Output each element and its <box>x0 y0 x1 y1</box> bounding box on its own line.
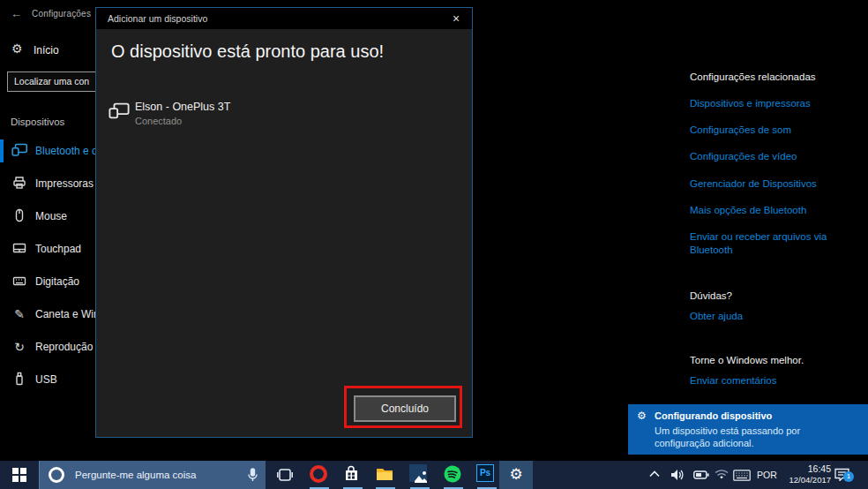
tray-touch-keyboard-icon[interactable] <box>733 461 751 489</box>
cortana-icon <box>49 467 64 483</box>
taskbar-photoshop[interactable]: Ps <box>474 461 500 489</box>
desktop-screen: ← Configurações ⚙ Início Localizar uma c… <box>0 0 868 489</box>
taskbar-store[interactable] <box>340 461 366 489</box>
task-view-button[interactable] <box>270 461 300 489</box>
notification-badge: 1 <box>843 471 854 482</box>
taskbar-opera[interactable] <box>306 461 333 489</box>
related-settings-header: Configurações relacionadas <box>690 71 816 82</box>
action-center-button[interactable]: 1 <box>834 461 856 489</box>
done-button[interactable]: Concluído <box>354 395 456 422</box>
keyboard-icon <box>11 274 27 290</box>
device-name[interactable]: Elson - OnePlus 3T <box>135 101 230 113</box>
sidebar-section-header: Dispositivos <box>11 117 64 127</box>
gear-icon: ⚙ <box>509 466 522 483</box>
clock-time: 16:45 <box>808 463 831 474</box>
close-icon[interactable]: × <box>449 11 463 26</box>
taskbar-photos[interactable] <box>407 461 433 489</box>
devices-icon <box>11 143 27 159</box>
toast-title: Configurando dispositivo <box>655 410 772 421</box>
add-device-dialog: Adicionar um dispositivo × O dispositivo… <box>95 7 473 438</box>
start-button[interactable] <box>0 461 39 489</box>
photoshop-icon: Ps <box>476 464 494 482</box>
link-send-feedback[interactable]: Enviar comentários <box>690 374 859 387</box>
link-devices-printers[interactable]: Dispositivos e impressoras <box>690 97 859 110</box>
cortana-search-bar[interactable]: Pergunte-me alguma coisa <box>39 461 266 489</box>
tray-wifi-icon[interactable] <box>715 461 729 489</box>
dialog-titlebar: Adicionar um dispositivo × <box>96 8 472 29</box>
link-more-bluetooth-options[interactable]: Mais opções de Bluetooth <box>690 204 859 217</box>
gear-icon: ⚙ <box>637 410 647 422</box>
usb-icon <box>11 372 27 387</box>
link-get-help[interactable]: Obter ajuda <box>690 310 859 323</box>
microphone-icon[interactable] <box>248 468 258 485</box>
search-placeholder: Pergunte-me alguma coisa <box>75 461 196 489</box>
help-header: Dúvidas? <box>690 290 732 301</box>
pen-icon: ✎ <box>11 306 27 322</box>
photos-icon <box>409 464 427 482</box>
link-device-manager[interactable]: Gerenciador de Dispositivos <box>690 177 859 191</box>
link-sound-settings[interactable]: Configurações de som <box>690 124 859 137</box>
toast-message: Um dispositivo está passando por configu… <box>655 425 815 449</box>
taskbar-spotify[interactable] <box>440 461 467 489</box>
dialog-heading: O dispositivo está pronto para uso! <box>111 41 384 62</box>
tray-language-indicator[interactable]: POR <box>757 461 777 489</box>
taskbar-file-explorer[interactable] <box>372 461 399 489</box>
feedback-header: Torne o Windows melhor. <box>690 355 804 365</box>
app-title: Configurações <box>32 9 91 19</box>
sidebar-item-home[interactable]: Início <box>34 44 59 56</box>
windows-logo-icon <box>12 468 26 482</box>
link-video-settings[interactable]: Configurações de vídeo <box>690 150 859 163</box>
tray-battery-icon[interactable] <box>693 461 709 489</box>
tray-volume-icon[interactable] <box>670 461 685 489</box>
touchpad-icon <box>11 241 27 257</box>
taskbar-settings-active[interactable]: ⚙ <box>499 461 533 489</box>
clock-date: 12/04/2017 <box>789 475 831 485</box>
dialog-title: Adicionar um dispositivo <box>108 13 207 24</box>
phone-device-icon <box>108 102 130 123</box>
back-arrow-icon[interactable]: ← <box>11 7 22 20</box>
autoplay-icon: ↻ <box>11 339 27 355</box>
tray-chevron-up-icon[interactable] <box>649 461 660 489</box>
tray-clock[interactable]: 16:45 12/04/2017 <box>783 461 833 489</box>
printer-icon <box>11 176 27 192</box>
taskbar: Pergunte-me alguma coisa <box>0 461 868 489</box>
configuring-device-toast[interactable]: ⚙ Configurando dispositivo Um dispositiv… <box>628 404 868 455</box>
gear-icon: ⚙ <box>11 41 23 56</box>
device-status: Conectado <box>135 116 182 126</box>
link-send-receive-files-bluetooth[interactable]: Enviar ou receber arquivos via Bluetooth <box>690 230 859 257</box>
mouse-icon <box>11 208 27 224</box>
